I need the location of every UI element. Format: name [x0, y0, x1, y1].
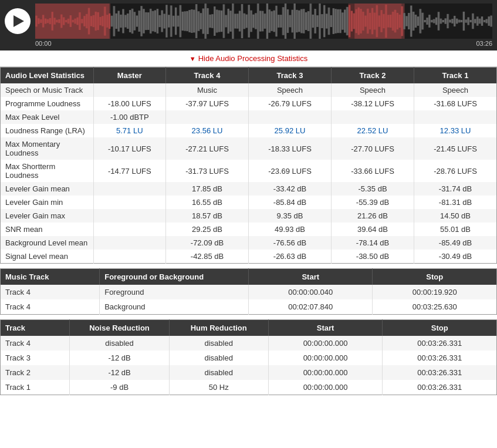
table-row: Track 4Background00:02:07.84000:03:25.63… — [1, 299, 497, 315]
stats-row-value: -28.76 LUFS — [414, 160, 496, 182]
stats-row-value: 29.25 dB — [165, 223, 248, 236]
stats-row-value: -31.74 dB — [414, 182, 496, 196]
noise-col-track: Track — [1, 320, 70, 336]
play-button[interactable] — [5, 8, 31, 34]
time-start: 00:00 — [35, 40, 52, 47]
stats-row-value: -37.97 LUFS — [165, 97, 248, 110]
stats-row-value — [93, 223, 165, 236]
table-row: Background Level mean-72.09 dB-76.56 dB-… — [1, 236, 497, 250]
music-row-value: 00:03:25.630 — [373, 299, 497, 315]
stats-row-label: Loudness Range (LRA) — [1, 124, 94, 137]
stats-row-value: -23.69 LUFS — [248, 160, 331, 182]
noise-row-value: 00:00:00.000 — [268, 365, 383, 380]
music-row-value: 00:02:07.840 — [248, 299, 373, 315]
stats-row-label: SNR mean — [1, 223, 94, 236]
stats-row-label: Leveler Gain min — [1, 196, 94, 209]
table-row: Track 3-12 dBdisabled00:00:00.00000:03:2… — [1, 351, 497, 365]
table-row: Programme Loudness-18.00 LUFS-37.97 LUFS… — [1, 97, 497, 110]
stats-row-value: -18.33 LUFS — [248, 137, 331, 160]
table-row: SNR mean29.25 dB49.93 dB39.64 dB55.01 dB — [1, 223, 497, 236]
noise-row-value: 00:03:26.331 — [383, 336, 497, 351]
noise-col-noise: Noise Reduction — [70, 320, 169, 336]
stats-row-value: -38.50 dB — [331, 250, 414, 264]
stats-row-value: -14.77 LUFS — [93, 160, 165, 182]
toggle-link[interactable]: Hide Audio Processing Statistics — [198, 54, 307, 63]
noise-table-header: Track Noise Reduction Hum Reduction Star… — [1, 320, 497, 336]
stats-row-value: -72.09 dB — [165, 236, 248, 250]
stats-row-label: Max Momentary Loudness — [1, 137, 94, 160]
stats-row-value — [93, 209, 165, 223]
table-row: Track 2-12 dBdisabled00:00:00.00000:03:2… — [1, 365, 497, 380]
stats-table-body: Speech or Music TrackMusicSpeechSpeechSp… — [1, 83, 497, 264]
stats-row-label: Speech or Music Track — [1, 83, 94, 97]
noise-row-value: -12 dB — [70, 365, 169, 380]
music-row-value: 00:00:19.920 — [373, 285, 497, 299]
table-row: Max Peak Level-1.00 dBTP — [1, 110, 497, 124]
stats-row-value: -55.39 dB — [331, 196, 414, 209]
table-row: Leveler Gain mean17.85 dB-33.42 dB-5.35 … — [1, 182, 497, 196]
stats-row-value: Music — [165, 83, 248, 97]
stats-row-value: 5.71 LU — [93, 124, 165, 137]
stats-row-value: -10.17 LUFS — [93, 137, 165, 160]
table-row: Track 1-9 dB50 Hz00:00:00.00000:03:26.33… — [1, 380, 497, 395]
stats-col-label: Audio Level Statistics — [1, 68, 94, 84]
stats-row-value — [93, 182, 165, 196]
noise-row-value: disabled — [169, 336, 268, 351]
music-row-value: Track 4 — [1, 285, 100, 299]
noise-row-value: Track 1 — [1, 380, 70, 395]
stats-table: Audio Level Statistics Master Track 4 Tr… — [0, 67, 497, 264]
stats-row-value — [93, 196, 165, 209]
stats-row-value: Speech — [331, 83, 414, 97]
stats-row-value — [93, 83, 165, 97]
stats-col-track4: Track 4 — [165, 68, 248, 84]
table-row: Max Shortterm Loudness-14.77 LUFS-31.73 … — [1, 160, 497, 182]
music-row-value: 00:00:00.040 — [248, 285, 373, 299]
noise-row-value: 00:03:26.331 — [383, 365, 497, 380]
stats-row-value: -26.79 LUFS — [248, 97, 331, 110]
noise-col-hum: Hum Reduction — [169, 320, 268, 336]
stats-row-value: 39.64 dB — [331, 223, 414, 236]
stats-row-value: Speech — [414, 83, 496, 97]
table-row: Leveler Gain min16.55 dB-85.84 dB-55.39 … — [1, 196, 497, 209]
table-row: Max Momentary Loudness-10.17 LUFS-27.21 … — [1, 137, 497, 160]
stats-row-label: Max Peak Level — [1, 110, 94, 124]
stats-row-value — [414, 110, 496, 124]
noise-row-value: 00:03:26.331 — [383, 380, 497, 395]
table-row: Signal Level mean-42.85 dB-26.63 dB-38.5… — [1, 250, 497, 264]
table-row: Leveler Gain max18.57 dB9.35 dB21.26 dB1… — [1, 209, 497, 223]
stats-row-value: 18.57 dB — [165, 209, 248, 223]
stats-row-value: 17.85 dB — [165, 182, 248, 196]
stats-row-value: -21.45 LUFS — [414, 137, 496, 160]
stats-row-label: Background Level mean — [1, 236, 94, 250]
stats-row-label: Leveler Gain max — [1, 209, 94, 223]
noise-row-value: Track 3 — [1, 351, 70, 365]
music-col-track: Music Track — [1, 269, 100, 285]
stats-row-value: -42.85 dB — [165, 250, 248, 264]
stats-row-value: -26.63 dB — [248, 250, 331, 264]
noise-row-value: 50 Hz — [169, 380, 268, 395]
stats-row-value: -81.31 dB — [414, 196, 496, 209]
stats-col-master: Master — [93, 68, 165, 84]
table-row: Track 4Foreground00:00:00.04000:00:19.92… — [1, 285, 497, 299]
music-table-body: Track 4Foreground00:00:00.04000:00:19.92… — [1, 285, 497, 315]
music-col-start: Start — [248, 269, 373, 285]
player-section: 00:00 03:26 — [0, 0, 497, 50]
music-row-value: Foreground — [100, 285, 249, 299]
table-row: Loudness Range (LRA)5.71 LU23.56 LU25.92… — [1, 124, 497, 137]
stats-table-header: Audio Level Statistics Master Track 4 Tr… — [1, 68, 497, 84]
noise-col-start: Start — [268, 320, 383, 336]
stats-row-value: -38.12 LUFS — [331, 97, 414, 110]
stats-row-label: Max Shortterm Loudness — [1, 160, 94, 182]
noise-row-value: -12 dB — [70, 351, 169, 365]
stats-row-value: 23.56 LU — [165, 124, 248, 137]
stats-row-value — [93, 236, 165, 250]
noise-row-value: Track 4 — [1, 336, 70, 351]
music-table: Music Track Foreground or Background Sta… — [0, 268, 497, 315]
time-end: 03:26 — [476, 40, 492, 47]
play-icon — [13, 15, 24, 27]
stats-row-value: -33.42 dB — [248, 182, 331, 196]
stats-row-value: 12.33 LU — [414, 124, 496, 137]
music-table-header: Music Track Foreground or Background Sta… — [1, 269, 497, 285]
stats-row-value: 21.26 dB — [331, 209, 414, 223]
noise-row-value: 00:00:00.000 — [268, 380, 383, 395]
